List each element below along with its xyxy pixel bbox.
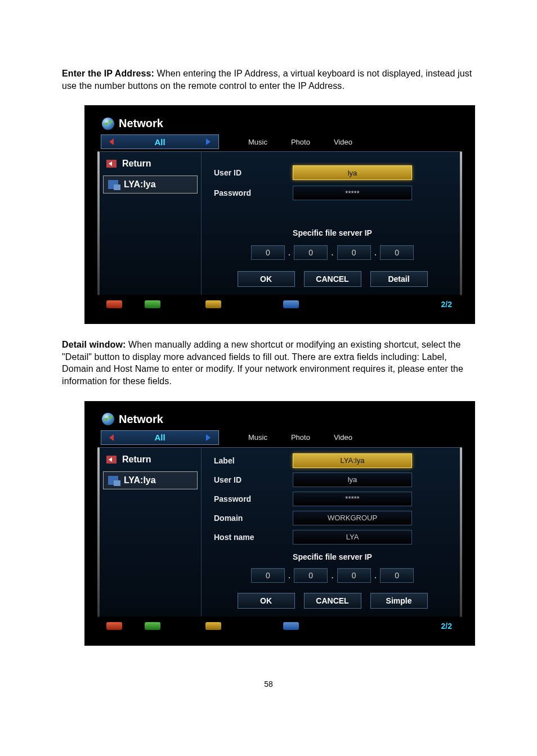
ip-address-row: 0. 0. 0. 0	[251, 568, 414, 583]
window-title: Network	[119, 117, 163, 130]
cancel-button[interactable]: CANCEL	[304, 593, 361, 609]
sidebar-return-label: Return	[122, 159, 151, 169]
ip-dot: .	[287, 248, 292, 258]
domain-label: Domain	[214, 514, 293, 523]
window-title-row: Network	[97, 412, 462, 430]
sidebar-item-return[interactable]: Return	[100, 154, 201, 173]
paragraph-enter-ip: Enter the IP Address: When entering the …	[62, 68, 475, 92]
cancel-button[interactable]: CANCEL	[304, 271, 361, 287]
tab-all-label: All	[154, 137, 165, 147]
tab-all-label: All	[154, 433, 165, 442]
tab-video[interactable]: Video	[334, 433, 352, 442]
ok-button[interactable]: OK	[238, 593, 295, 609]
password-label: Password	[214, 188, 293, 197]
simple-button[interactable]: Simple	[370, 593, 428, 609]
row-host-name: Host name LYA	[214, 530, 451, 544]
label-value[interactable]: LYA:lya	[293, 453, 412, 468]
window-title-row: Network	[97, 116, 462, 134]
legend-blue-icon[interactable]	[283, 300, 299, 308]
row-password: Password *****	[214, 186, 451, 200]
arrow-left-icon[interactable]	[109, 138, 114, 145]
arrow-right-icon[interactable]	[206, 138, 211, 145]
ok-button[interactable]: OK	[238, 271, 295, 287]
pager: 2/2	[441, 622, 457, 631]
tab-all[interactable]: All	[101, 134, 219, 149]
sidebar-return-label: Return	[122, 454, 151, 465]
detail-button[interactable]: Detail	[370, 271, 428, 287]
user-id-value[interactable]: lya	[293, 165, 412, 180]
sidebar-item-return[interactable]: Return	[100, 450, 201, 469]
ip-octet-2[interactable]: 0	[294, 245, 328, 260]
host-label: Host name	[214, 533, 293, 542]
tab-video[interactable]: Video	[334, 138, 352, 146]
tab-music[interactable]: Music	[248, 433, 267, 442]
sidebar: Return LYA:lya	[100, 152, 201, 295]
row-user-id: User ID lya	[214, 472, 451, 487]
form-pane: Label LYA:lya User ID lya Password *****…	[201, 448, 460, 616]
button-row: OK CANCEL Simple	[238, 593, 428, 609]
user-id-value[interactable]: lya	[293, 472, 412, 487]
ip-octet-4[interactable]: 0	[380, 568, 414, 583]
ip-dot: .	[330, 248, 334, 258]
ip-dot: .	[373, 248, 378, 258]
sidebar-item-host[interactable]: LYA:lya	[103, 176, 198, 194]
ip-address-row: 0. 0. 0. 0	[251, 245, 414, 260]
form-pane: User ID lya Password ***** Specific file…	[201, 152, 460, 295]
sidebar-host-label: LYA:lya	[124, 475, 156, 485]
frame-right-edge	[460, 447, 462, 617]
legend-blue-icon[interactable]	[283, 622, 299, 630]
paragraph-enter-ip-bold: Enter the IP Address:	[62, 69, 154, 78]
legend-green-icon[interactable]	[145, 622, 160, 630]
screenshot-simple: Network All Music Photo Video Return	[84, 105, 475, 324]
tab-all[interactable]: All	[101, 430, 219, 445]
computer-icon	[108, 476, 118, 485]
ip-dot: .	[373, 570, 378, 580]
sidebar-host-label: LYA:lya	[124, 179, 156, 190]
ip-octet-3[interactable]: 0	[337, 245, 371, 260]
return-icon	[106, 160, 117, 168]
row-user-id: User ID lya	[214, 165, 451, 180]
row-label: Label LYA:lya	[214, 453, 451, 468]
inactive-tabs: Music Photo Video	[219, 134, 352, 149]
sidebar-item-host[interactable]: LYA:lya	[103, 471, 198, 489]
computer-icon	[108, 180, 118, 189]
button-row: OK CANCEL Detail	[238, 271, 428, 287]
user-id-label: User ID	[214, 168, 293, 177]
tab-music[interactable]: Music	[248, 138, 267, 146]
footer: 2/2	[97, 295, 462, 309]
host-value[interactable]: LYA	[293, 530, 412, 544]
arrow-left-icon[interactable]	[109, 434, 114, 441]
tab-photo[interactable]: Photo	[291, 433, 310, 442]
legend-green-icon[interactable]	[145, 300, 160, 308]
user-id-label: User ID	[214, 475, 293, 484]
row-password: Password *****	[214, 492, 451, 506]
page-number: 58	[62, 680, 475, 688]
ip-octet-4[interactable]: 0	[380, 245, 414, 260]
password-value[interactable]: *****	[293, 186, 412, 200]
arrow-right-icon[interactable]	[206, 434, 211, 441]
tab-photo[interactable]: Photo	[291, 138, 310, 146]
label-label: Label	[214, 456, 293, 465]
legend-red-icon[interactable]	[106, 300, 122, 308]
paragraph-detail-bold: Detail window:	[62, 340, 126, 349]
legend-yellow-icon[interactable]	[205, 300, 221, 308]
tab-bar: All Music Photo Video	[101, 134, 462, 149]
specific-ip-label: Specific file server IP	[214, 228, 451, 237]
specific-ip-label: Specific file server IP	[214, 552, 451, 561]
ip-octet-1[interactable]: 0	[251, 245, 285, 260]
paragraph-detail-window: Detail window: When manually adding a ne…	[62, 339, 475, 387]
frame-right-edge	[460, 151, 462, 295]
legend-yellow-icon[interactable]	[205, 622, 221, 630]
ip-octet-2[interactable]: 0	[294, 568, 328, 583]
password-value[interactable]: *****	[293, 492, 412, 506]
tab-bar: All Music Photo Video	[101, 430, 462, 445]
ip-octet-3[interactable]: 0	[337, 568, 371, 583]
window-title: Network	[119, 413, 163, 426]
globe-icon	[102, 118, 114, 130]
domain-value[interactable]: WORKGROUP	[293, 511, 412, 525]
screenshot-detail: Network All Music Photo Video Return	[84, 401, 475, 646]
ip-octet-1[interactable]: 0	[251, 568, 285, 583]
legend-red-icon[interactable]	[106, 622, 122, 630]
inactive-tabs: Music Photo Video	[219, 430, 352, 445]
ip-dot: .	[330, 570, 334, 580]
